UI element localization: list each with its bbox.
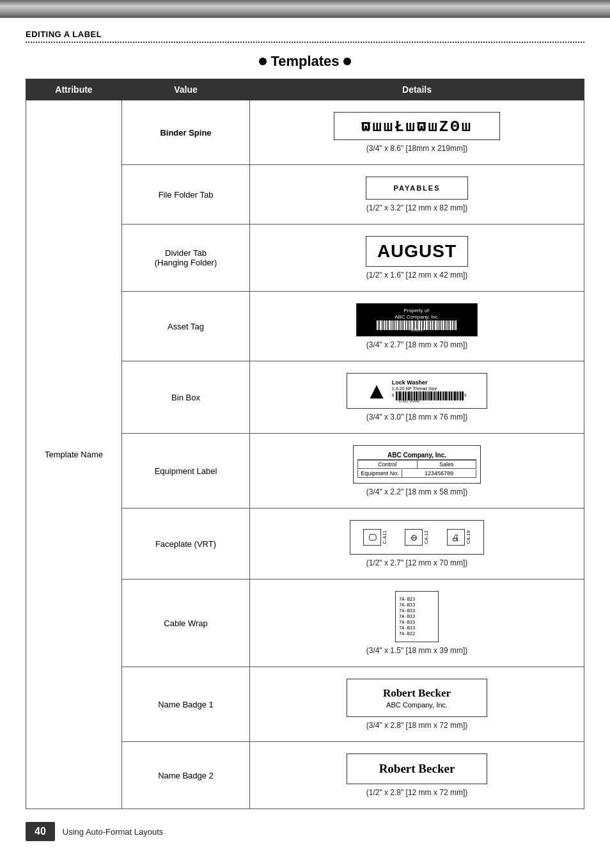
fp-item-3: 🖨 CA-19 [447,529,471,546]
svg-rect-15 [402,320,403,330]
asset-tag-dim: (3/4" x 2.7" [18 mm x 70 mm]) [366,340,468,349]
page-number: 40 [26,822,55,841]
svg-rect-70 [436,391,437,400]
svg-rect-82 [458,391,459,400]
value-label: Bin Box [171,393,200,402]
fp-label-1: C-A11 [382,530,387,544]
svg-rect-62 [421,391,422,400]
bin-barcode-svg: 0 [392,391,469,403]
fp-icon-3: 🖨 [447,529,465,546]
value-label: Name Badge 2 [158,771,214,780]
svg-rect-68 [433,391,434,400]
svg-rect-12 [396,320,398,330]
svg-rect-77 [449,391,450,400]
svg-rect-61 [419,391,421,400]
svg-rect-13 [399,320,400,330]
svg-rect-43 [454,320,455,330]
fp-icon-1: 🖵 [363,529,381,546]
svg-text:*00001*: *00001* [409,327,425,332]
details-asset-tag: Property of: ABC Company, Inc. [250,292,584,361]
nb2-name: Robert Becker [379,762,455,776]
svg-rect-4 [382,320,383,330]
value-cable-wrap: Cable Wrap [122,580,250,667]
svg-rect-36 [441,320,442,330]
top-bar [0,0,610,18]
name-badge-preview: Robert Becker ABC Company, Inc. [347,679,487,717]
details-cell: 🖵 C-A11 ⊖ CA-12 🖨 CA-19 [256,514,577,574]
file-folder-dim: (1/2" x 3.2" [12 mm x 82 mm]) [366,203,468,212]
details-cell: ϖшшŁшϖшΖΘш (3/4" x 8.6" [18mm x 219mm]) [256,106,577,159]
equip-dept1: Control [357,460,418,469]
details-equipment-label: ABC Company, Inc. Control Sales Equipmen… [250,434,584,509]
fp-item-2: ⊖ CA-12 [405,529,428,546]
svg-rect-32 [434,320,434,330]
svg-rect-10 [393,320,394,330]
faceplate-dim: (1/2" x 2.7" [12 mm x 70 mm]) [366,558,468,567]
value-name-badge-1: Name Badge 1 [122,667,250,742]
cw-line-6: 7A-B33 [399,626,415,631]
svg-rect-74 [443,391,444,400]
cw-line-5: 7A-B33 [399,620,415,625]
details-divider-tab: AUGUST (1/2" x 1.6" [12 mm x 42 mm]) [250,225,584,292]
svg-rect-75 [445,391,447,400]
details-cell: 7A-B23 7A-B33 7A-B33 7A-B33 7A-B33 7A-B3… [256,585,577,661]
value-asset-tag: Asset Tag [122,292,250,361]
templates-table: Attribute Value Details Template Name Bi… [26,79,584,809]
svg-rect-11 [395,320,396,330]
svg-rect-28 [426,320,428,330]
svg-rect-17 [406,320,407,330]
divider-tab-dim: (1/2" x 1.6" [12 mm x 42 mm]) [366,271,468,280]
value-label: Divider Tab (Hanging Folder) [155,248,217,267]
file-folder-preview: PAYABLES [366,177,468,200]
bin-subtitle: 1:4-20 NF Thread Size [392,386,437,391]
value-faceplate: Faceplate (VRT) [122,509,250,580]
svg-rect-6 [386,320,387,330]
attribute-cell: Template Name [26,100,122,809]
nb1-name: Robert Becker [383,687,451,700]
asset-line2: ABC Company, Inc. [395,314,439,320]
details-name-badge-1: Robert Becker ABC Company, Inc. (3/4" x … [250,667,584,742]
name-badge2-preview: Robert Becker [347,754,487,784]
bin-box-arrow: ▲ [365,379,388,402]
fp-item-1: 🖵 C-A11 [363,529,387,546]
value-label: Name Badge 1 [158,700,214,709]
svg-rect-5 [384,320,385,330]
svg-rect-73 [442,391,442,400]
faceplate-preview: 🖵 C-A11 ⊖ CA-12 🖨 CA-19 [350,520,484,555]
value-bin-box: Bin Box [122,361,250,434]
svg-rect-7 [387,320,388,330]
name-badge-2-dim: (1/2" x 2.8" [12 mm x 72 mm]) [366,788,468,797]
equip-full-row: Equipment No. 123456789 [357,470,476,478]
value-label: File Folder Tab [159,190,214,200]
svg-rect-64 [425,391,426,400]
details-cell: Robert Becker (1/2" x 2.8" [12 mm x 72 m… [256,747,577,803]
section-header: EDITING A LABEL [26,29,584,39]
value-divider-tab: Divider Tab (Hanging Folder) [122,225,250,292]
attribute-label: Template Name [45,450,103,459]
svg-rect-3 [380,320,382,330]
header-value: Value [122,79,250,100]
cable-wrap-dim: (3/4" x 1.5" [18 mm x 39 mm]) [366,646,468,655]
svg-rect-41 [450,320,451,330]
value-name-badge-2: Name Badge 2 [122,742,250,809]
svg-rect-63 [423,391,425,400]
nb1-company: ABC Company, Inc. [386,701,448,709]
title-bullet-left [259,58,267,65]
svg-rect-35 [439,320,440,330]
svg-text:12302  05400: 12302 05400 [398,399,419,403]
value-label: Equipment Label [155,466,217,476]
svg-rect-79 [453,391,453,400]
title-text: Templates [270,53,339,70]
asset-barcode-wrap: Property of: ABC Company, Inc. [375,308,458,332]
asset-tag-preview: Property of: ABC Company, Inc. [356,303,478,336]
svg-text:9: 9 [464,393,467,397]
svg-rect-33 [435,320,437,330]
svg-rect-48 [396,391,397,400]
equip-label: Equipment No. [357,470,402,478]
divider-tab-preview: AUGUST [366,236,468,267]
svg-rect-44 [455,320,457,330]
svg-text:0: 0 [392,393,395,397]
svg-rect-14 [400,320,402,330]
svg-rect-81 [457,391,458,400]
cw-line-7: 7A-B22 [399,631,415,636]
